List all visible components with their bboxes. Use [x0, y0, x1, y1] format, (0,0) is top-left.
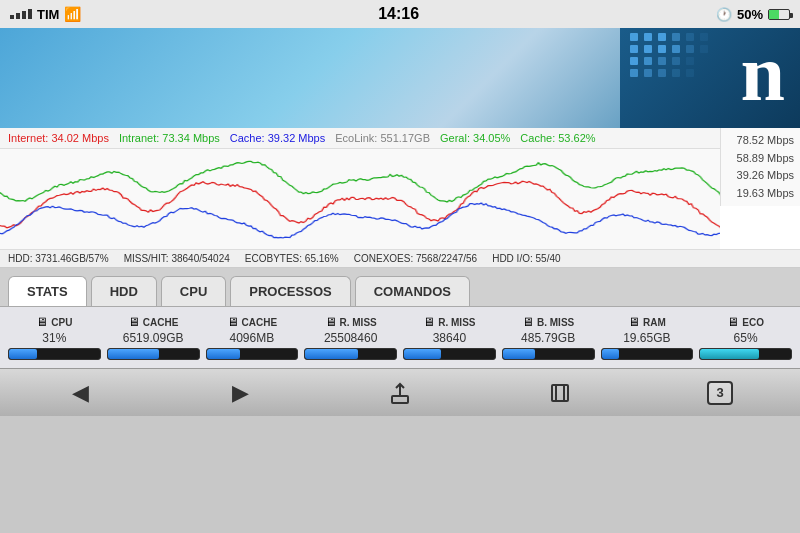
stat-icon-row: 🖥 B. MISS	[522, 315, 574, 329]
app-header: n	[0, 28, 800, 128]
battery-icon	[768, 9, 790, 20]
graph-labels: Internet: 34.02 Mbps Intranet: 73.34 Mbp…	[0, 128, 720, 149]
bottom-nav: ◀ ▶ 3	[0, 368, 800, 416]
graph-scale-4: 19.63 Mbps	[727, 185, 794, 203]
stat-label: ECO	[742, 317, 764, 328]
stat-icon-row: 🖥 CACHE	[128, 315, 179, 329]
graph-right-labels: 78.52 Mbps 58.89 Mbps 39.26 Mbps 19.63 M…	[720, 128, 800, 206]
stat-item-ram-6: 🖥 RAM 19.65GB	[601, 315, 694, 360]
logo-area: n	[620, 28, 800, 128]
stat-miss: MISS/HIT: 38640/54024	[124, 253, 230, 264]
stat-icon-row: 🖥 ECO	[727, 315, 764, 329]
stat-value: 25508460	[324, 331, 377, 345]
graph-section: Internet: 34.02 Mbps Intranet: 73.34 Mbp…	[0, 128, 800, 268]
stat-value: 485.79GB	[521, 331, 575, 345]
stat-bar-container	[403, 348, 496, 360]
stats-area: 🖥 CPU 31% 🖥 CACHE 6519.09GB 🖥 CACHE 4096…	[0, 307, 800, 368]
tab-processos[interactable]: PROCESSOS	[230, 276, 350, 306]
internet-label: Internet: 34.02 Mbps	[8, 132, 109, 144]
stat-item-b.miss-5: 🖥 B. MISS 485.79GB	[502, 315, 595, 360]
stat-label: CPU	[51, 317, 72, 328]
wifi-icon: 📶	[64, 6, 81, 22]
share-button[interactable]	[378, 375, 422, 411]
cache-label: Cache: 39.32 Mbps	[230, 132, 325, 144]
status-left: TIM 📶	[10, 6, 81, 22]
stat-bar-fill	[305, 349, 358, 359]
svg-rect-1	[552, 385, 568, 401]
stat-icon: 🖥	[325, 315, 337, 329]
stat-bar-container	[601, 348, 694, 360]
stat-value: 31%	[42, 331, 66, 345]
stat-bar-fill	[207, 349, 241, 359]
stat-item-cache-1: 🖥 CACHE 6519.09GB	[107, 315, 200, 360]
logo-dots	[630, 33, 724, 77]
stat-icon-row: 🖥 CACHE	[227, 315, 278, 329]
tabs-count: 3	[707, 381, 733, 405]
stat-value: 4096MB	[230, 331, 275, 345]
tabs-bar: STATS HDD CPU PROCESSOS COMANDOS	[0, 268, 800, 307]
cache2-label: Cache: 53.62%	[520, 132, 595, 144]
stat-icon-row: 🖥 CPU	[36, 315, 72, 329]
stat-icon: 🖥	[628, 315, 640, 329]
svg-rect-0	[392, 396, 408, 403]
graph-bottom-stats: HDD: 3731.46GB/57% MISS/HIT: 38640/54024…	[0, 249, 800, 267]
stat-bar-container	[699, 348, 792, 360]
stat-value: 19.65GB	[623, 331, 670, 345]
stat-bar-container	[304, 348, 397, 360]
stat-label: CACHE	[143, 317, 179, 328]
stat-bar-container	[8, 348, 101, 360]
graph-scale-3: 39.26 Mbps	[727, 167, 794, 185]
tab-stats[interactable]: STATS	[8, 276, 87, 306]
stat-bar-fill	[700, 349, 759, 359]
stat-icon: 🖥	[36, 315, 48, 329]
stat-item-r.miss-3: 🖥 R. MISS 25508460	[304, 315, 397, 360]
tab-hdd[interactable]: HDD	[91, 276, 157, 306]
stat-bar-container	[502, 348, 595, 360]
carrier-label: TIM	[37, 7, 59, 22]
stat-icon-row: 🖥 R. MISS	[423, 315, 475, 329]
stat-icon: 🖥	[522, 315, 534, 329]
stat-bar-container	[107, 348, 200, 360]
status-bar: TIM 📶 14:16 🕐 50%	[0, 0, 800, 28]
stat-icon-row: 🖥 R. MISS	[325, 315, 377, 329]
stat-value: 38640	[433, 331, 466, 345]
stat-icon-row: 🖥 RAM	[628, 315, 666, 329]
stat-item-cpu-0: 🖥 CPU 31%	[8, 315, 101, 360]
logo-n: n	[741, 33, 786, 113]
stat-hdd: HDD: 3731.46GB/57%	[8, 253, 109, 264]
back-button[interactable]: ◀	[58, 375, 102, 411]
stat-item-r.miss-4: 🖥 R. MISS 38640	[403, 315, 496, 360]
stat-label: CACHE	[242, 317, 278, 328]
forward-button[interactable]: ▶	[218, 375, 262, 411]
tab-cpu[interactable]: CPU	[161, 276, 226, 306]
stat-icon: 🖥	[423, 315, 435, 329]
battery-percent: 50%	[737, 7, 763, 22]
stat-bar-container	[206, 348, 299, 360]
tab-comandos[interactable]: COMANDOS	[355, 276, 470, 306]
ecolink-label: EcoLink: 551.17GB	[335, 132, 430, 144]
stat-value: 65%	[734, 331, 758, 345]
signal-bars	[10, 9, 32, 19]
graph-scale-2: 58.89 Mbps	[727, 150, 794, 168]
stat-conexoes: CONEXOES: 7568/2247/56	[354, 253, 477, 264]
tabs-button[interactable]: 3	[698, 375, 742, 411]
stat-ecobytes: ECOBYTES: 65.16%	[245, 253, 339, 264]
stat-item-cache-2: 🖥 CACHE 4096MB	[206, 315, 299, 360]
stat-item-eco-7: 🖥 ECO 65%	[699, 315, 792, 360]
bookmarks-button[interactable]	[538, 375, 582, 411]
stat-label: RAM	[643, 317, 666, 328]
graph-canvas-area	[0, 149, 720, 249]
stat-bar-fill	[108, 349, 160, 359]
stat-label: R. MISS	[438, 317, 475, 328]
stat-bar-fill	[404, 349, 441, 359]
stat-hddio: HDD I/O: 55/40	[492, 253, 560, 264]
graph-scale-1: 78.52 Mbps	[727, 132, 794, 150]
geral-label: Geral: 34.05%	[440, 132, 510, 144]
bookmarks-icon	[549, 382, 571, 404]
stat-label: B. MISS	[537, 317, 574, 328]
time-display: 14:16	[378, 5, 419, 23]
stat-icon: 🖥	[727, 315, 739, 329]
share-icon	[389, 382, 411, 404]
status-right: 🕐 50%	[716, 7, 790, 22]
stat-bar-fill	[9, 349, 37, 359]
